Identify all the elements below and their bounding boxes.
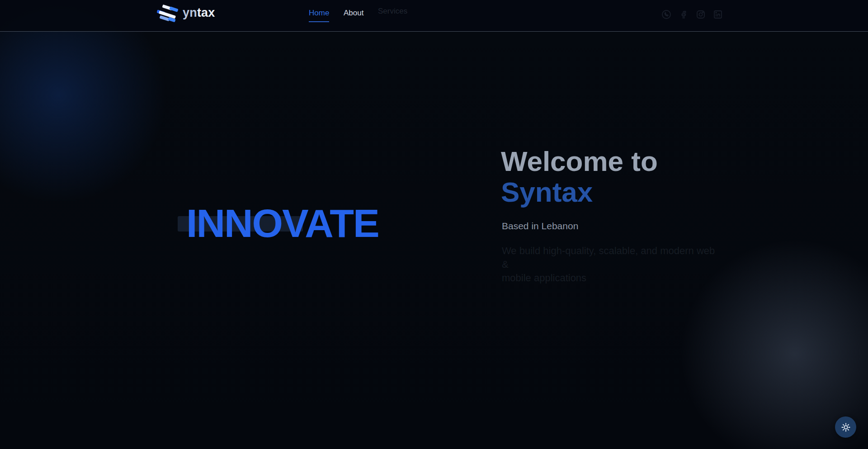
nav-item-services[interactable]: Services <box>378 7 407 16</box>
hero-description-line2: mobile applications <box>502 271 719 285</box>
welcome-heading-brand: Syntax <box>501 177 658 208</box>
logo-text: yntax <box>183 2 215 24</box>
linkedin-icon[interactable] <box>712 9 723 20</box>
logo-text-suffix: tax <box>197 6 215 19</box>
instagram-icon[interactable] <box>695 9 706 20</box>
nav-item-about[interactable]: About <box>344 9 363 18</box>
theme-toggle-button[interactable] <box>835 416 856 438</box>
hero-description-line1: We build high-quality, scalable, and mod… <box>502 244 719 271</box>
hero-description: We build high-quality, scalable, and mod… <box>502 244 719 285</box>
whatsapp-icon[interactable] <box>661 9 672 20</box>
welcome-heading-line1: Welcome to <box>501 146 658 177</box>
syntax-s-logo-icon <box>156 2 179 24</box>
logo-text-prefix: yn <box>183 6 197 19</box>
social-links <box>661 9 723 20</box>
location-text: Based in Lebanon <box>502 220 578 232</box>
nav-item-home[interactable]: Home <box>309 9 329 22</box>
header: yntax Home About Services <box>0 0 868 32</box>
hero-headline: INNOVATE <box>186 203 379 243</box>
facebook-icon[interactable] <box>678 9 689 20</box>
hero-section: INNOVATE Welcome to Syntax Based in Leba… <box>0 31 868 449</box>
page: yntax Home About Services INNOVATE Welco… <box>0 0 868 449</box>
welcome-heading: Welcome to Syntax <box>501 146 658 208</box>
logo[interactable]: yntax <box>156 2 215 24</box>
sun-icon <box>841 422 851 432</box>
